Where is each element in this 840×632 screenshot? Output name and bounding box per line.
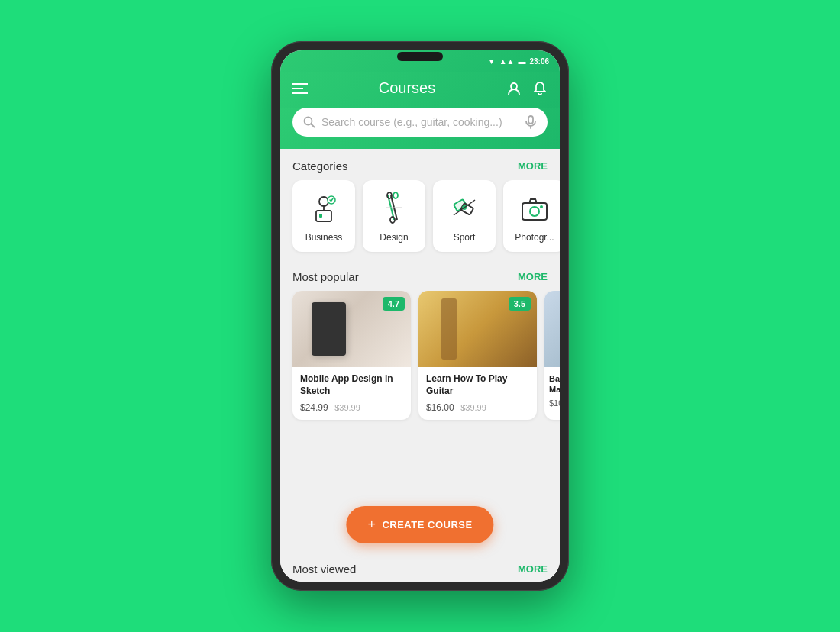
course-card-guitar[interactable]: 3.5 Learn How To Play Guitar $16.00 $39.… [418, 291, 537, 420]
svg-line-5 [312, 124, 315, 127]
svg-point-16 [393, 192, 398, 198]
search-container: Search course (e.g., guitar, cooking...) [280, 108, 560, 149]
svg-rect-23 [522, 203, 547, 220]
create-course-button[interactable]: + CREATE COURSE [346, 506, 493, 543]
menu-icon[interactable] [292, 83, 308, 94]
fab-container: + CREATE COURSE [346, 506, 493, 543]
categories-title: Categories [292, 160, 348, 173]
popular-header: Most popular MORE [280, 263, 560, 291]
fab-plus-icon: + [367, 517, 376, 533]
photography-icon [516, 189, 553, 226]
svg-point-17 [390, 217, 395, 223]
category-card-design[interactable]: Design [363, 180, 425, 252]
course-old-price-guitar: $39.99 [460, 403, 486, 412]
course-info-mobile: Mobile App Design in Sketch $24.99 $39.9… [292, 367, 411, 420]
most-viewed-section: Most viewed MORE [280, 555, 560, 582]
business-icon [305, 189, 342, 226]
profile-icon[interactable] [506, 81, 522, 96]
course-rating-guitar: 3.5 [509, 297, 531, 311]
search-bar[interactable]: Search course (e.g., guitar, cooking...) [292, 108, 548, 137]
mic-icon[interactable] [525, 115, 537, 129]
design-label: Design [380, 232, 408, 243]
status-icons: ▼ ▲▲ ▬ 23:06 [488, 57, 549, 66]
course-price-guitar: $16.00 [426, 402, 454, 413]
categories-header: Categories MORE [280, 149, 560, 180]
categories-scroll: Business [280, 180, 560, 263]
phone-screen: ▼ ▲▲ ▬ 23:06 Courses [280, 50, 560, 582]
design-icon [376, 189, 412, 226]
course-card-partial: Ba...Ma... $10... [544, 291, 560, 420]
main-content: Categories MORE [280, 149, 560, 582]
sport-icon [446, 189, 483, 226]
search-placeholder: Search course (e.g., guitar, cooking...) [321, 116, 519, 128]
business-label: Business [305, 232, 343, 243]
svg-rect-2 [292, 92, 308, 94]
svg-point-3 [511, 83, 517, 89]
courses-scroll: 4.7 Mobile App Design in Sketch $24.99 $… [280, 291, 560, 430]
svg-rect-1 [292, 88, 303, 89]
svg-rect-6 [528, 116, 533, 124]
svg-point-24 [530, 207, 539, 216]
app-header: Courses [280, 72, 560, 108]
course-info-partial: Ba...Ma... $10... [544, 367, 560, 414]
header-right-icons [506, 81, 548, 96]
course-price-mobile: $24.99 [300, 402, 328, 413]
svg-point-8 [319, 197, 328, 206]
svg-point-15 [387, 192, 392, 198]
course-title-mobile: Mobile App Design in Sketch [300, 373, 403, 397]
header-title: Courses [379, 79, 435, 97]
course-title-partial: Ba...Ma... [549, 373, 560, 395]
phone-notch [397, 52, 443, 61]
notification-icon[interactable] [532, 81, 548, 96]
category-card-sport[interactable]: Sport [433, 180, 496, 252]
course-image-mobile: 4.7 [292, 291, 411, 367]
most-viewed-header: Most viewed MORE [280, 555, 560, 582]
category-card-photography[interactable]: Photogr... [503, 180, 560, 252]
most-viewed-title: Most viewed [292, 563, 356, 576]
photography-label: Photogr... [515, 232, 554, 243]
svg-rect-11 [319, 214, 322, 218]
course-price-row-mobile: $24.99 $39.99 [300, 400, 403, 414]
course-rating-mobile: 4.7 [383, 297, 405, 311]
course-card-mobile-app[interactable]: 4.7 Mobile App Design in Sketch $24.99 $… [292, 291, 411, 420]
svg-rect-0 [292, 83, 308, 85]
svg-rect-9 [316, 211, 331, 221]
popular-title: Most popular [292, 270, 359, 283]
most-popular-section: Most popular MORE 4.7 Mobile App Design … [280, 263, 560, 430]
signal-icon: ▲▲ [499, 57, 515, 66]
popular-more[interactable]: MORE [518, 271, 548, 282]
course-title-guitar: Learn How To Play Guitar [426, 373, 529, 397]
fab-label: CREATE COURSE [382, 519, 472, 530]
course-old-price-mobile: $39.99 [334, 403, 360, 412]
sport-label: Sport [454, 232, 476, 243]
most-viewed-more[interactable]: MORE [518, 563, 548, 575]
course-info-guitar: Learn How To Play Guitar $16.00 $39.99 [418, 367, 537, 420]
course-image-partial [544, 291, 560, 367]
battery-icon: ▬ [518, 57, 525, 66]
search-icon [303, 116, 315, 128]
course-price-partial: $10... [549, 398, 560, 408]
wifi-icon: ▼ [488, 57, 496, 66]
categories-more[interactable]: MORE [518, 160, 548, 172]
category-card-business[interactable]: Business [292, 180, 355, 252]
background: ▼ ▲▲ ▬ 23:06 Courses [0, 0, 840, 632]
phone-device: ▼ ▲▲ ▬ 23:06 Courses [271, 41, 569, 591]
categories-section: Categories MORE [280, 149, 560, 263]
course-price-row-guitar: $16.00 $39.99 [426, 400, 529, 414]
svg-point-25 [540, 205, 543, 208]
course-image-guitar: 3.5 [418, 291, 537, 367]
status-time: 23:06 [529, 57, 549, 66]
